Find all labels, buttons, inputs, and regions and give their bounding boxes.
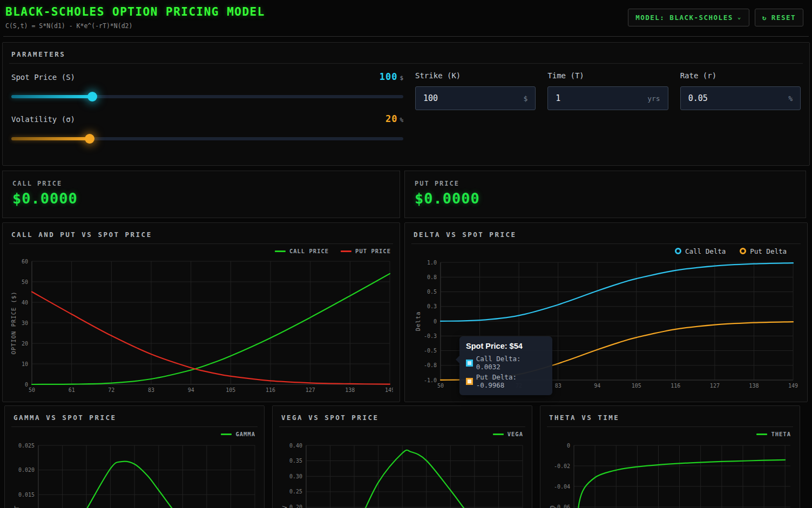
app-root: BLACK-SCHOLES OPTION PRICING MODEL C(S,t… xyxy=(0,0,812,508)
svg-text:20: 20 xyxy=(22,341,28,347)
svg-text:127: 127 xyxy=(306,387,315,393)
volatility-value: 20% xyxy=(385,113,403,124)
svg-text:0.015: 0.015 xyxy=(18,492,35,498)
chart-title: VEGA VS SPOT PRICE xyxy=(279,412,525,423)
svg-text:-0.5: -0.5 xyxy=(424,348,437,354)
legend-item-vega[interactable]: VEGA xyxy=(493,431,523,437)
svg-text:105: 105 xyxy=(226,387,235,393)
svg-text:0: 0 xyxy=(434,319,437,324)
legend-item-call-delta[interactable]: Call Delta xyxy=(675,247,726,255)
vega-chart-panel: VEGA VS SPOT PRICE VEGA 5061728394105116… xyxy=(272,405,532,508)
svg-text:0.30: 0.30 xyxy=(289,473,302,479)
put-price-label: PUT PRICE xyxy=(415,180,796,187)
svg-text:61: 61 xyxy=(69,387,75,393)
chevron-down-icon: ⌄ xyxy=(737,13,742,21)
svg-text:-0.02: -0.02 xyxy=(554,463,570,469)
svg-text:10: 10 xyxy=(22,361,28,367)
gamma-chart[interactable]: 50617283941051161271381490.0250.0200.015… xyxy=(11,441,258,508)
svg-text:0.35: 0.35 xyxy=(289,458,302,464)
volatility-slider-thumb[interactable] xyxy=(85,134,94,144)
reset-label: RESET xyxy=(772,13,796,22)
line-swatch-icon xyxy=(493,434,504,435)
svg-text:0.20: 0.20 xyxy=(289,504,302,508)
header-divider xyxy=(3,36,809,37)
chart-legend: GAMMA xyxy=(11,427,258,441)
theta-chart[interactable]: 0.20.40.60.81.01.21.41.61.82.00-0.02-0.0… xyxy=(547,441,793,508)
svg-text:60: 60 xyxy=(22,259,28,265)
svg-text:72: 72 xyxy=(108,387,114,393)
tooltip-row-put-delta: Put Delta: -0.9968 xyxy=(466,373,546,389)
chart-legend: VEGA xyxy=(279,427,525,441)
svg-text:OPTION PRICE ($): OPTION PRICE ($) xyxy=(10,291,17,354)
strike-input[interactable] xyxy=(423,93,496,103)
svg-text:0.40: 0.40 xyxy=(289,443,302,449)
spot-slider-thumb[interactable] xyxy=(87,92,97,101)
svg-text:138: 138 xyxy=(345,387,355,393)
slider-fill xyxy=(11,137,90,140)
call-price-value: $0.0000 xyxy=(12,190,390,207)
volatility-slider[interactable] xyxy=(11,134,403,144)
chart-title: THETA VS TIME xyxy=(547,412,793,423)
svg-text:-1.0: -1.0 xyxy=(424,377,437,383)
svg-text:94: 94 xyxy=(594,383,600,389)
chart-legend: CALL PRICE PUT PRICE xyxy=(9,244,393,258)
vega-chart[interactable]: 50617283941051161271381490.400.350.300.2… xyxy=(279,441,525,508)
svg-text:-0.8: -0.8 xyxy=(424,362,437,368)
reset-icon: ↻ xyxy=(762,13,767,22)
rate-input[interactable] xyxy=(688,93,761,103)
call-put-chart-panel: CALL AND PUT VS SPOT PRICE CALL PRICE PU… xyxy=(2,222,400,402)
svg-text:149: 149 xyxy=(788,383,798,389)
call-price-label: CALL PRICE xyxy=(12,180,390,187)
svg-text:116: 116 xyxy=(671,383,680,389)
svg-text:Delta: Delta xyxy=(415,311,421,331)
page-title: BLACK-SCHOLES OPTION PRICING MODEL xyxy=(5,5,265,18)
legend-item-call[interactable]: CALL PRICE xyxy=(275,248,329,254)
svg-text:0.5: 0.5 xyxy=(427,289,437,295)
volatility-label: Volatility (σ) xyxy=(11,115,75,124)
reset-button[interactable]: ↻ RESET xyxy=(755,9,803,26)
legend-item-put[interactable]: PUT PRICE xyxy=(341,248,391,254)
chart-title: DELTA VS SPOT PRICE xyxy=(411,229,801,240)
svg-text:0: 0 xyxy=(567,443,570,449)
slider-track[interactable] xyxy=(11,95,403,98)
call-price-card: CALL PRICE $0.0000 xyxy=(2,171,400,218)
slider-track[interactable] xyxy=(11,137,403,140)
svg-text:0.25: 0.25 xyxy=(289,489,302,495)
svg-text:105: 105 xyxy=(632,383,641,389)
svg-text:Γ: Γ xyxy=(13,505,20,508)
spot-price-slider[interactable] xyxy=(11,92,403,101)
legend-item-put-delta[interactable]: Put Delta xyxy=(740,247,787,255)
svg-text:50: 50 xyxy=(437,383,444,389)
rate-unit: % xyxy=(788,94,793,103)
theta-chart-panel: THETA VS TIME THETA 0.20.40.60.81.01.21.… xyxy=(540,405,800,508)
svg-text:149: 149 xyxy=(385,387,393,393)
chart-tooltip: Spot Price: $54 Call Delta: 0.0032 Put D… xyxy=(459,336,552,395)
spot-price-value: 100$ xyxy=(380,71,403,82)
strike-label: Strike (K) xyxy=(415,71,536,80)
spot-price-label: Spot Price (S) xyxy=(11,73,75,82)
tooltip-row-call-delta: Call Delta: 0.0032 xyxy=(466,355,546,371)
svg-text:127: 127 xyxy=(710,383,720,389)
svg-text:-0.04: -0.04 xyxy=(554,484,570,490)
model-select-button[interactable]: MODEL: BLACK-SCHOLES ⌄ xyxy=(628,9,749,26)
svg-text:0: 0 xyxy=(25,382,28,388)
call-put-chart[interactable]: 50617283941051161271381490102030405060OP… xyxy=(9,258,393,395)
ring-swatch-icon xyxy=(675,248,681,254)
tooltip-title: Spot Price: $54 xyxy=(466,342,546,350)
svg-text:83: 83 xyxy=(148,387,154,393)
svg-text:50: 50 xyxy=(22,279,28,285)
svg-text:138: 138 xyxy=(749,383,759,389)
svg-text:V: V xyxy=(281,505,288,508)
line-swatch-icon xyxy=(341,250,351,252)
chart-legend: THETA xyxy=(547,427,793,441)
svg-text:94: 94 xyxy=(188,387,194,393)
chart-title: CALL AND PUT VS SPOT PRICE xyxy=(9,229,393,240)
legend-item-gamma[interactable]: GAMMA xyxy=(221,431,255,437)
legend-item-theta[interactable]: THETA xyxy=(756,431,791,437)
time-inputbox: yrs xyxy=(547,86,668,110)
time-input[interactable] xyxy=(556,93,628,103)
svg-text:-0.3: -0.3 xyxy=(424,333,437,339)
delta-chart-panel: DELTA VS SPOT PRICE Call Delta Put Delta… xyxy=(404,222,808,402)
strike-inputbox: $ xyxy=(415,86,536,110)
line-swatch-icon xyxy=(221,434,232,435)
